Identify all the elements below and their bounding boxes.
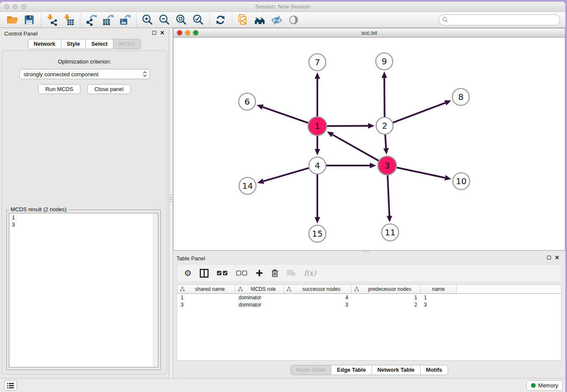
column-header-predecessor-nodes[interactable]: predecessor nodes [352,285,421,293]
network-view-frame: × − + scc.txt 7968124314101511 [173,28,565,251]
save-session-icon[interactable] [22,13,36,27]
add-column-icon[interactable] [256,269,263,277]
column-settings-gear-icon[interactable]: ⚙ [184,269,192,277]
task-history-button[interactable] [4,380,17,391]
home-icon[interactable] [253,13,267,27]
table-cell[interactable]: 4 [284,295,352,301]
table-cell[interactable]: dominator [235,295,284,301]
workspace: × − + scc.txt 7968124314101511 T [173,28,565,378]
search-box[interactable] [438,14,560,25]
table-tabs: Node TableEdge TableNetwork TableMotifs [173,365,565,375]
close-panel-icon[interactable]: ✕ [160,30,165,35]
edge-2-9[interactable] [384,78,385,117]
control-panel-title: Control Panel [4,30,38,37]
table-panel-title: Table Panel [176,255,205,262]
node-label-10: 10 [456,176,466,186]
select-all-rows-icon[interactable] [217,271,228,276]
main-toolbar [0,12,565,28]
search-icon [442,17,449,23]
vertical-splitter[interactable] [169,28,173,378]
table-row[interactable]: 1dominator411 [177,294,561,301]
close-window-icon[interactable] [4,4,9,9]
tab-edge-table[interactable]: Edge Table [331,365,372,375]
open-file-icon[interactable] [5,13,19,27]
import-table-icon[interactable] [61,13,76,27]
tab-network[interactable]: Network [28,39,61,49]
memory-status-icon [531,383,536,388]
tab-network-table[interactable]: Network Table [372,365,421,375]
edge-3-10[interactable] [397,168,445,178]
edge-1-2[interactable] [327,126,368,126]
deselect-all-rows-icon[interactable] [236,271,248,276]
float-panel-icon[interactable] [152,31,156,35]
delete-table-icon [286,270,296,276]
edge-4-14[interactable] [263,168,308,181]
result-scrollbar[interactable] [153,213,158,367]
edge-2-8[interactable] [393,103,446,123]
hide-graphics-details-icon[interactable] [270,13,284,27]
criterion-select[interactable]: strongly connected component [19,69,150,79]
column-header-successor-nodes[interactable]: successor nodes [284,285,352,293]
tab-style[interactable]: Style [61,39,86,49]
frame-maximize-icon[interactable]: + [193,30,198,36]
column-header-MCDS-role[interactable]: MCDS role [235,285,284,293]
export-image-icon[interactable] [118,13,132,27]
table-toolbar: ⚙ [177,264,561,282]
close-panel-button[interactable]: Close panel [87,84,131,94]
table-cell[interactable]: 1 [421,295,457,301]
network-canvas[interactable]: 7968124314101511 [173,38,565,250]
node-label-11: 11 [385,227,395,237]
status-bar: Memory [0,378,565,392]
float-panel-icon[interactable] [547,256,551,259]
table-cell[interactable]: 1 [352,295,421,301]
tab-motifs[interactable]: Motifs [420,365,448,375]
tab-mcds[interactable]: MCDS [113,39,141,49]
node-label-1: 1 [315,121,320,131]
frame-minimize-icon[interactable]: − [185,30,190,36]
column-header-name[interactable]: name [421,285,457,293]
zoom-window-icon[interactable] [21,4,26,9]
edge-3-1[interactable] [333,135,379,161]
app-window: Session: New Session [0,2,565,392]
edge-1-6[interactable] [263,107,308,123]
node-table[interactable]: shared nameMCDS rolesuccessor nodesprede… [177,284,561,361]
refresh-view-icon[interactable] [213,13,228,27]
zoom-fit-icon[interactable] [174,13,188,27]
splitter-grip[interactable] [363,251,370,252]
zoom-selected-icon[interactable] [191,13,205,27]
search-input[interactable] [451,16,560,24]
table-cell[interactable]: 3 [177,302,235,308]
table-panel: Table Panel ✕ ⚙ [173,253,565,378]
table-cell[interactable]: dominator [235,302,284,308]
delete-column-icon[interactable] [271,269,278,277]
table-cell[interactable]: 1 [177,295,235,301]
edge-2-3[interactable] [385,135,386,148]
table-cell[interactable]: 3 [284,302,352,308]
duplicate-network-icon[interactable] [236,13,250,27]
toggle-column-display-icon[interactable] [200,269,209,278]
splitter-grip[interactable] [170,195,172,202]
table-cell[interactable]: 2 [352,302,421,308]
mcds-result-group: MCDS result (2 nodes) 1 3 [6,210,161,370]
table-row[interactable]: 3dominator323 [177,301,561,308]
zoom-out-icon[interactable] [157,13,171,27]
edge-3-11[interactable] [388,175,389,216]
table-cell[interactable]: 3 [421,302,457,308]
minimize-window-icon[interactable] [13,4,18,9]
close-panel-icon[interactable]: ✕ [555,255,559,260]
column-header-shared-name[interactable]: shared name [177,285,235,293]
tab-select[interactable]: Select [85,39,113,49]
run-mcds-button[interactable]: Run MCDS [38,84,80,94]
optimization-criterion-label: Optimization criterion: [2,58,167,65]
mcds-result-list[interactable]: 1 3 [9,213,158,367]
main-area: Control Panel ✕ NetworkStyleSelectMCDS O… [0,28,565,378]
memory-button[interactable]: Memory [526,380,563,391]
tab-node-table[interactable]: Node Table [290,365,331,375]
export-network-icon[interactable] [84,13,98,27]
show-graphics-details-icon[interactable] [286,13,301,27]
import-network-icon[interactable] [44,13,59,27]
zoom-in-icon[interactable] [140,13,154,27]
frame-close-icon[interactable]: × [177,30,182,36]
column-label: name [421,286,456,292]
export-table-icon[interactable] [101,13,115,27]
